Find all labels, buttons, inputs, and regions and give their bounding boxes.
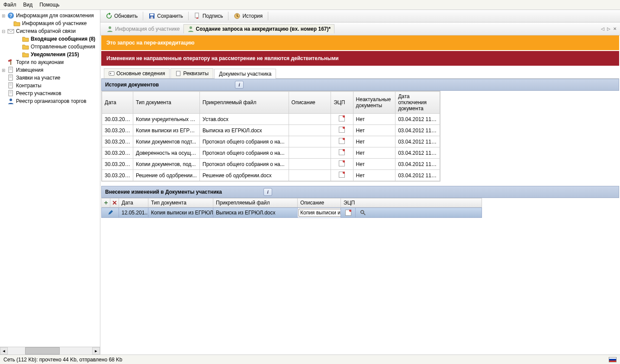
subtab-basic[interactable]: Основные сведения <box>104 68 170 78</box>
tree-item[interactable]: Реестр организаторов торгов <box>1 97 99 105</box>
col2-file[interactable]: Прикрепляемый файл <box>213 198 298 207</box>
refresh-button[interactable]: Обновить <box>103 12 140 20</box>
tab-participant-info[interactable]: Информация об участнике <box>103 25 183 33</box>
tree-item[interactable]: ⊞?Информация для ознакомления <box>1 12 99 19</box>
table-row[interactable]: 30.03.201...Копии документов, под...Прот… <box>102 159 440 170</box>
expand-icon[interactable]: ⊞ <box>1 68 6 73</box>
cell-type: Копии документов, под... <box>133 159 199 170</box>
tab-next-icon[interactable]: ▷ <box>606 26 611 31</box>
cell-ecp[interactable] <box>331 114 353 125</box>
attachment-icon <box>339 138 345 144</box>
table-row[interactable]: 30.03.201...Доверенность на осуще...Прот… <box>102 147 440 159</box>
tab-accreditation-request[interactable]: Создание запроса на аккредитацию (вх. но… <box>183 24 335 33</box>
doc-icon <box>175 70 181 77</box>
tree-item[interactable]: Отправленные сообщения <box>1 43 99 51</box>
cell-file: Протокол общего собрания о на... <box>200 147 289 159</box>
cell-ecp[interactable] <box>331 147 353 159</box>
col2-date[interactable]: Дата <box>119 198 148 207</box>
svg-line-29 <box>363 213 365 215</box>
banner-changes-warning: Изменения не направленные оператору на р… <box>101 51 619 66</box>
cell-ecp[interactable] <box>331 170 353 181</box>
cell-date: 30.03.201... <box>102 147 133 159</box>
tab-info-label: Информация об участнике <box>115 26 180 32</box>
info-icon[interactable]: i <box>263 188 272 196</box>
changes-desc-input[interactable] <box>299 209 341 217</box>
col2-desc[interactable]: Описание <box>298 198 341 207</box>
col-date[interactable]: Дата <box>102 92 133 114</box>
cell-date: 30.03.201... <box>102 114 133 125</box>
changes-ecp-cell[interactable] <box>341 208 356 217</box>
scroll-right-icon[interactable]: ► <box>92 347 100 354</box>
tree-item[interactable]: ⊟Система обратной связи <box>1 27 99 35</box>
menu-file[interactable]: Файл <box>3 2 16 8</box>
tab-controls: ◁ ▷ ✕ <box>600 26 617 31</box>
col-disconnect-date[interactable]: Дата отключения документа <box>395 92 440 114</box>
tree-item[interactable]: Контракты <box>1 82 99 89</box>
table-row[interactable]: 30.03.201...Решение об одобрении...Решен… <box>102 170 440 181</box>
scroll-thumb[interactable] <box>25 347 60 354</box>
sign-button[interactable]: Подпись <box>191 12 226 20</box>
tree-item-label: Система обратной связи <box>16 28 76 34</box>
info-icon[interactable]: i <box>235 81 244 89</box>
history-button[interactable]: История <box>231 12 265 20</box>
subtab-requisites[interactable]: Реквизиты <box>170 68 213 78</box>
separator <box>143 12 143 20</box>
scroll-left-icon[interactable]: ◄ <box>0 347 8 354</box>
edit-row-icon[interactable] <box>102 208 119 217</box>
toolbar: Обновить Сохранить Подпись История <box>100 10 620 22</box>
save-icon <box>148 13 155 19</box>
changes-row[interactable]: 12.05.201... Копия выписки из ЕГРЮЛ Выпи… <box>101 208 482 218</box>
tree-item[interactable]: Уведомления (215) <box>1 51 99 58</box>
changes-title: Внесение изменений в Документы участника <box>105 189 222 195</box>
delete-row-button[interactable]: ✕ <box>110 198 119 207</box>
svg-rect-20 <box>151 16 153 19</box>
table-row[interactable]: 30.03.201...Копии документов подт...Прот… <box>102 136 440 147</box>
col-file[interactable]: Прикрепляемый файл <box>200 92 289 114</box>
changes-view-cell[interactable] <box>356 208 370 217</box>
subtab-documents[interactable]: Документы участника <box>214 69 276 79</box>
add-row-button[interactable]: ＋ <box>102 198 110 207</box>
sidebar-scrollbar[interactable]: ◄ ► <box>0 347 100 354</box>
content-scroll[interactable]: Это запрос на пере-аккредитацию Изменени… <box>100 35 620 354</box>
tree-item[interactable]: Заявки на участие <box>1 74 99 82</box>
changes-desc-cell <box>298 208 341 217</box>
menu-help[interactable]: Помощь <box>39 2 59 8</box>
cell-file: Устав.docx <box>200 114 289 125</box>
cell-ecp[interactable] <box>331 159 353 170</box>
doc-icon <box>7 82 14 89</box>
expand-icon[interactable]: ⊞ <box>1 13 6 18</box>
changes-grid: ＋ ✕ Дата Тип документа Прикрепляемый фай… <box>101 198 482 218</box>
separator <box>268 12 268 20</box>
cell-ecp[interactable] <box>331 125 353 136</box>
tree-item[interactable]: Торги по аукционам <box>1 58 99 66</box>
tree-item[interactable]: ⊞Извещения <box>1 66 99 74</box>
col2-type[interactable]: Тип документа <box>148 198 213 207</box>
tree-item-label: Контракты <box>16 83 42 89</box>
cell-ecp[interactable] <box>331 136 353 147</box>
tree-item[interactable]: Информация об участнике <box>1 19 99 27</box>
menu-view[interactable]: Вид <box>23 2 33 8</box>
table-row[interactable]: 30.03.201...Копия выписки из ЕГРЮЛВыписк… <box>102 125 440 136</box>
changes-date: 12.05.201... <box>119 208 148 217</box>
svg-point-17 <box>10 99 12 101</box>
doc-icon <box>7 74 14 81</box>
banner-reaccreditation: Это запрос на пере-аккредитацию <box>101 35 619 50</box>
statusbar: Сеть (112 Kb): прочтено 44 Kb, отправлен… <box>0 354 620 364</box>
attachment-icon <box>339 149 345 155</box>
col-type[interactable]: Тип документа <box>133 92 199 114</box>
col2-ecp[interactable]: ЭЦП <box>341 198 367 207</box>
table-row[interactable]: 30.03.201...Копии учредительных д...Уста… <box>102 114 440 125</box>
subtab-docs-label: Документы участника <box>219 71 271 77</box>
save-button[interactable]: Сохранить <box>146 12 186 20</box>
col-irrelevant[interactable]: Неактуальные документы <box>353 92 395 114</box>
tab-close-icon[interactable]: ✕ <box>612 26 617 31</box>
cell-date: 30.03.201... <box>102 136 133 147</box>
expand-icon[interactable]: ⊟ <box>1 29 6 34</box>
cell-disconnect: 03.04.2012 11:0... <box>395 170 440 181</box>
tree-item[interactable]: Реестр участников <box>1 89 99 97</box>
tree-item[interactable]: Входящие сообщения (8) <box>1 35 99 43</box>
col-ecp[interactable]: ЭЦП <box>331 92 353 114</box>
tab-prev-icon[interactable]: ◁ <box>600 26 605 31</box>
col-desc[interactable]: Описание <box>289 92 331 114</box>
cell-date: 30.03.201... <box>102 170 133 181</box>
